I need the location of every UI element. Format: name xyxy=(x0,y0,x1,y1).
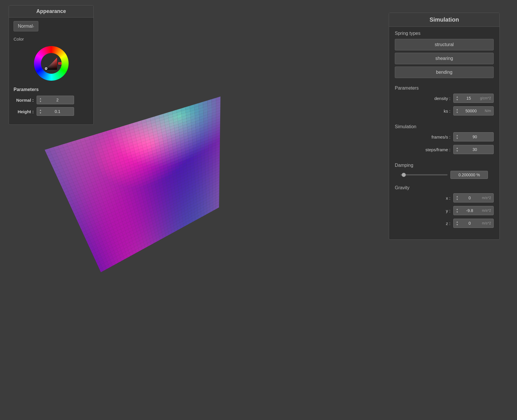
steps-input[interactable]: ▲ ▼ 30 xyxy=(453,145,494,154)
ks-spinner[interactable]: ▲ ▼ xyxy=(456,108,458,114)
normal-row: Normal : ▲ ▼ 2 xyxy=(14,96,89,104)
frames-spinner[interactable]: ▲ ▼ xyxy=(456,134,458,140)
height-row: Height : ▲ ▼ 0.1 xyxy=(14,107,89,116)
gy-value: -9.8 xyxy=(458,208,481,213)
density-row: density : ▲ ▼ 15 g/cm^2 xyxy=(395,94,494,103)
damping-slider-track[interactable] xyxy=(401,174,448,175)
gz-label: z : xyxy=(446,221,450,226)
ks-label: ks : xyxy=(444,109,450,113)
spinner-up[interactable]: ▲ xyxy=(456,95,458,98)
gz-row: z : ▲ ▼ 0 m/s^2 xyxy=(395,219,494,228)
ks-input[interactable]: ▲ ▼ 50000 N/m xyxy=(453,106,494,116)
damping-slider-thumb[interactable] xyxy=(402,173,406,177)
wheel-outer[interactable] xyxy=(34,46,69,81)
gz-spinner[interactable]: ▲ ▼ xyxy=(456,220,458,226)
height-spinner[interactable]: ▲ ▼ xyxy=(39,109,42,114)
color-wheel[interactable] xyxy=(34,46,69,81)
color-wheel-container xyxy=(9,43,93,85)
spinner-up[interactable]: ▲ xyxy=(456,195,458,198)
density-unit: g/cm^2 xyxy=(480,96,491,100)
params-section: Parameters Normal : ▲ ▼ 2 Height : ▲ ▼ 0… xyxy=(9,85,93,116)
parameters-section-label: Parameters xyxy=(395,86,494,91)
mode-label: Normal xyxy=(18,24,33,29)
gx-unit: m/s^2 xyxy=(482,196,491,200)
parameters-section: Parameters density : ▲ ▼ 15 g/cm^2 ks : … xyxy=(389,82,499,120)
density-input[interactable]: ▲ ▼ 15 g/cm^2 xyxy=(453,94,494,103)
gy-row: y : ▲ ▼ -9.8 m/s^2 xyxy=(395,206,494,215)
damping-row: 0.200000 % xyxy=(395,171,494,179)
gz-unit: m/s^2 xyxy=(482,221,491,225)
steps-row: steps/frame : ▲ ▼ 30 xyxy=(395,145,494,154)
spinner-down-icon[interactable]: ▼ xyxy=(39,100,42,103)
white-indicator xyxy=(45,67,47,70)
chevron-icon: › xyxy=(33,24,34,29)
color-label: Color xyxy=(9,34,93,43)
appearance-title: Appearance xyxy=(9,5,93,18)
steps-spinner[interactable]: ▲ ▼ xyxy=(456,147,458,152)
damping-section: Damping 0.200000 % xyxy=(389,159,499,181)
damping-value: 0.200000 xyxy=(458,173,475,177)
steps-value: 30 xyxy=(458,147,491,152)
spinner-down-icon[interactable]: ▼ xyxy=(39,111,42,114)
simulation-panel: Simulation Spring types structural shear… xyxy=(389,13,500,240)
appearance-panel: Appearance Normal › Color xyxy=(9,5,94,125)
ks-value: 50000 xyxy=(458,109,484,113)
mode-button[interactable]: Normal › xyxy=(14,21,38,31)
frames-value: 90 xyxy=(458,135,491,139)
gy-input[interactable]: ▲ ▼ -9.8 m/s^2 xyxy=(453,206,494,215)
gz-input[interactable]: ▲ ▼ 0 m/s^2 xyxy=(453,219,494,228)
gz-value: 0 xyxy=(458,221,481,226)
damping-unit: % xyxy=(476,173,480,177)
spinner-up[interactable]: ▲ xyxy=(456,208,458,211)
gx-value: 0 xyxy=(458,196,481,200)
frames-label: frames/s : xyxy=(431,135,450,139)
spinner-down[interactable]: ▼ xyxy=(456,198,458,201)
height-input-wrap[interactable]: ▲ ▼ 0.1 xyxy=(37,107,74,116)
spinner-down[interactable]: ▼ xyxy=(456,98,458,101)
height-value: 0.1 xyxy=(44,109,71,114)
wheel-inner xyxy=(41,53,62,74)
spinner-down[interactable]: ▼ xyxy=(456,211,458,213)
ks-unit: N/m xyxy=(485,109,491,113)
gx-label: x : xyxy=(446,196,450,200)
gy-spinner[interactable]: ▲ ▼ xyxy=(456,208,458,213)
spring-types-label: Spring types xyxy=(395,31,494,36)
density-label: density : xyxy=(434,96,450,101)
damping-value-box: 0.200000 % xyxy=(450,171,488,179)
spinner-down[interactable]: ▼ xyxy=(456,111,458,114)
spinner-up-icon[interactable]: ▲ xyxy=(39,109,42,111)
structural-button[interactable]: structural xyxy=(395,39,494,50)
gy-unit: m/s^2 xyxy=(482,209,491,213)
gravity-section: Gravity x : ▲ ▼ 0 m/s^2 y : ▲ ▼ -9.8 m/s… xyxy=(389,181,499,232)
normal-spinner[interactable]: ▲ ▼ xyxy=(39,97,42,103)
normal-input-wrap[interactable]: ▲ ▼ 2 xyxy=(37,96,74,104)
spinner-up-icon[interactable]: ▲ xyxy=(39,97,42,100)
svg-marker-1 xyxy=(46,58,57,70)
steps-label: steps/frame : xyxy=(425,147,450,152)
ks-row: ks : ▲ ▼ 50000 N/m xyxy=(395,106,494,116)
density-value: 15 xyxy=(458,96,479,101)
simulation-title: Simulation xyxy=(389,13,499,27)
damping-label: Damping xyxy=(395,163,494,168)
spinner-up[interactable]: ▲ xyxy=(456,108,458,111)
gx-input[interactable]: ▲ ▼ 0 m/s^2 xyxy=(453,193,494,203)
params-title: Parameters xyxy=(14,87,89,92)
red-indicator xyxy=(58,62,62,65)
spinner-down[interactable]: ▼ xyxy=(456,223,458,226)
spinner-up[interactable]: ▲ xyxy=(456,134,458,137)
spinner-down[interactable]: ▼ xyxy=(456,150,458,152)
spring-types-section: Spring types structural shearing bending xyxy=(389,27,499,82)
height-label: Height : xyxy=(14,109,37,114)
color-triangle[interactable] xyxy=(43,55,60,72)
bending-button[interactable]: bending xyxy=(395,67,494,78)
frames-input[interactable]: ▲ ▼ 90 xyxy=(453,132,494,141)
shearing-button[interactable]: shearing xyxy=(395,53,494,64)
gy-label: y : xyxy=(446,208,450,213)
gx-spinner[interactable]: ▲ ▼ xyxy=(456,195,458,201)
density-spinner[interactable]: ▲ ▼ xyxy=(456,95,458,101)
spinner-up[interactable]: ▲ xyxy=(456,147,458,150)
normal-label: Normal : xyxy=(14,98,37,103)
gravity-label: Gravity xyxy=(395,185,494,190)
spinner-up[interactable]: ▲ xyxy=(456,220,458,223)
spinner-down[interactable]: ▼ xyxy=(456,137,458,140)
